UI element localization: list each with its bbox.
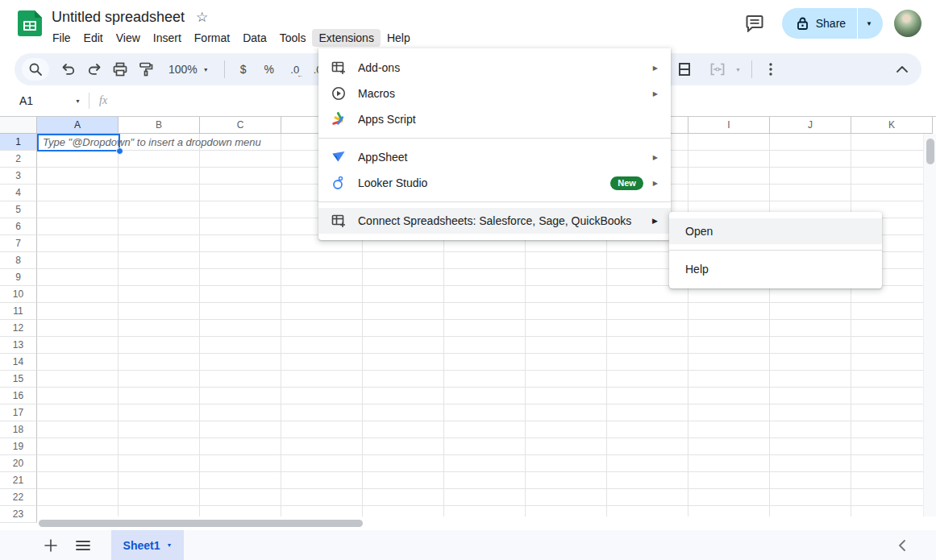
row-header-8[interactable]: 8 xyxy=(0,252,37,269)
row-header-7[interactable]: 7 xyxy=(0,235,37,252)
add-sheet-button[interactable] xyxy=(37,532,64,559)
zoom-selector[interactable]: 100% ▼ xyxy=(162,63,215,76)
document-title[interactable]: Untitled spreadsheet xyxy=(52,9,185,26)
avatar[interactable] xyxy=(894,10,921,37)
row-header-17[interactable]: 17 xyxy=(0,404,37,421)
borders-icon xyxy=(679,63,690,76)
header: Untitled spreadsheet ☆ File Edit View In… xyxy=(0,0,936,47)
column-header-a[interactable]: A xyxy=(37,117,119,134)
chevron-up-icon xyxy=(896,66,908,73)
toolbar-divider-2 xyxy=(751,60,752,78)
extensions-dropdown-menu: Add-ons ▶ Macros ▶ Apps Sc xyxy=(318,48,671,240)
chevron-left-icon xyxy=(899,540,905,551)
undo-icon xyxy=(61,63,76,76)
borders-button[interactable] xyxy=(672,58,697,81)
menu-edit[interactable]: Edit xyxy=(77,29,110,47)
toolbar-divider xyxy=(224,60,225,78)
redo-button[interactable] xyxy=(82,58,106,81)
menu-divider xyxy=(318,201,671,202)
merge-cells-dropdown[interactable]: ▼ xyxy=(735,67,741,73)
print-button[interactable] xyxy=(108,58,132,81)
search-button[interactable] xyxy=(22,58,49,81)
table-add-icon xyxy=(331,60,346,75)
menu-item-appsheet[interactable]: AppSheet ▶ xyxy=(318,144,671,170)
hide-menus-button[interactable] xyxy=(891,58,913,81)
fill-handle[interactable] xyxy=(116,147,123,155)
menu-help[interactable]: Help xyxy=(381,29,417,47)
row-header-3[interactable]: 3 xyxy=(0,168,37,185)
row-header-13[interactable]: 13 xyxy=(0,337,37,354)
row-header-5[interactable]: 5 xyxy=(0,201,37,218)
percent-icon: % xyxy=(264,63,274,76)
menubar: File Edit View Insert Format Data Tools … xyxy=(46,29,417,47)
menu-format[interactable]: Format xyxy=(188,29,236,47)
vertical-scrollbar[interactable] xyxy=(923,134,936,516)
row-header-22[interactable]: 22 xyxy=(0,489,37,506)
row-header-4[interactable]: 4 xyxy=(0,185,37,201)
merge-cells-button[interactable] xyxy=(705,58,730,81)
row-header-16[interactable]: 16 xyxy=(0,388,37,404)
cell-placeholder-hint: Type "@Dropdown" to insert a dropdown me… xyxy=(43,136,261,148)
name-box[interactable]: A1 ▼ xyxy=(19,94,81,107)
menu-view[interactable]: View xyxy=(110,29,147,47)
more-options-button[interactable] xyxy=(759,58,783,81)
menu-tools[interactable]: Tools xyxy=(273,29,313,47)
submenu-item-help[interactable]: Help xyxy=(669,256,882,282)
comment-icon xyxy=(746,15,763,32)
menu-item-looker-studio[interactable]: Looker Studio New ▶ xyxy=(318,170,671,196)
row-header-6[interactable]: 6 xyxy=(0,218,37,235)
menu-item-add-ons[interactable]: Add-ons ▶ xyxy=(318,55,671,81)
redo-icon xyxy=(87,63,102,76)
row-header-1[interactable]: 1 xyxy=(0,134,37,151)
share-button[interactable]: Share xyxy=(782,17,857,30)
row-header-2[interactable]: 2 xyxy=(0,151,37,168)
column-header-i[interactable]: I xyxy=(688,117,770,134)
menu-divider xyxy=(318,138,671,139)
all-sheets-button[interactable] xyxy=(69,532,97,559)
row-header-19[interactable]: 19 xyxy=(0,438,37,455)
paint-format-button[interactable] xyxy=(134,58,158,81)
row-header-21[interactable]: 21 xyxy=(0,472,37,489)
submenu-item-open[interactable]: Open xyxy=(669,218,882,244)
menu-insert[interactable]: Insert xyxy=(147,29,188,47)
format-percent-button[interactable]: % xyxy=(257,58,281,81)
sheet-tab-sheet1[interactable]: Sheet1 ▼ xyxy=(111,530,184,560)
menu-extensions[interactable]: Extensions xyxy=(312,29,380,47)
menu-file[interactable]: File xyxy=(46,29,77,47)
row-headers: 1234567891011121314151617181920212223 xyxy=(0,134,37,523)
row-header-15[interactable]: 15 xyxy=(0,371,37,388)
sheets-logo-icon[interactable] xyxy=(18,10,42,36)
row-header-10[interactable]: 10 xyxy=(0,286,37,303)
column-header-k[interactable]: K xyxy=(851,117,933,134)
currency-icon: $ xyxy=(240,63,247,76)
horizontal-scrollbar-thumb[interactable] xyxy=(39,520,363,527)
undo-button[interactable] xyxy=(56,58,81,81)
menu-item-macros[interactable]: Macros ▶ xyxy=(318,81,671,106)
star-icon[interactable]: ☆ xyxy=(196,10,208,24)
table-add-icon xyxy=(331,214,346,228)
row-header-23[interactable]: 23 xyxy=(0,506,37,523)
select-all-corner[interactable] xyxy=(0,117,37,134)
vertical-scrollbar-thumb[interactable] xyxy=(926,139,934,164)
column-header-b[interactable]: B xyxy=(119,117,200,134)
row-header-12[interactable]: 12 xyxy=(0,320,37,337)
row-header-14[interactable]: 14 xyxy=(0,354,37,371)
chevron-down-icon: ▼ xyxy=(166,542,172,548)
horizontal-scrollbar[interactable] xyxy=(37,516,923,530)
column-header-j[interactable]: J xyxy=(770,117,851,134)
row-header-18[interactable]: 18 xyxy=(0,421,37,438)
share-dropdown-button[interactable]: ▼ xyxy=(858,20,883,27)
comments-button[interactable] xyxy=(738,7,771,39)
row-header-9[interactable]: 9 xyxy=(0,269,37,286)
show-side-panel-button[interactable] xyxy=(892,536,912,555)
print-icon xyxy=(113,62,127,77)
column-header-c[interactable]: C xyxy=(200,117,281,134)
row-header-20[interactable]: 20 xyxy=(0,455,37,472)
menu-item-connect-spreadsheets[interactable]: Connect Spreadsheets: Salesforce, Sage, … xyxy=(318,208,671,234)
menu-data[interactable]: Data xyxy=(236,29,273,47)
row-header-11[interactable]: 11 xyxy=(0,303,37,320)
menu-divider xyxy=(669,250,882,251)
menu-item-apps-script[interactable]: Apps Script xyxy=(318,106,671,132)
format-currency-button[interactable]: $ xyxy=(231,58,256,81)
decrease-decimal-button[interactable]: .0← xyxy=(283,58,307,81)
